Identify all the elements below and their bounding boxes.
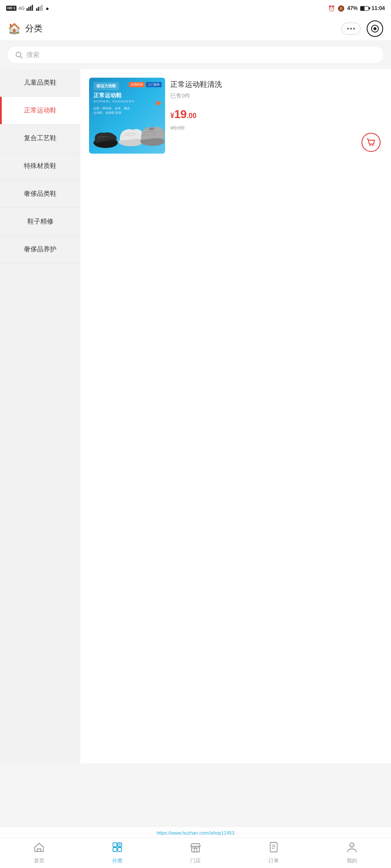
banner-title-cn: 正常运动鞋 (93, 92, 122, 99)
mine-nav-icon (346, 842, 358, 855)
nav-item-category[interactable]: 分类 (78, 838, 156, 868)
svg-point-20 (372, 145, 374, 146)
home-header-icon[interactable]: 🏠 (8, 23, 21, 35)
header: 🏠 分类 (0, 16, 391, 41)
orders-nav-icon (268, 842, 279, 855)
product-image: 彼运力洗鞋 全国联保 上门服务 正常运动鞋 NORMAL SNEAKERS ▶ … (89, 78, 165, 154)
time-display: 11:04 (371, 5, 385, 11)
header-left: 🏠 分类 (8, 23, 43, 35)
search-icon (15, 51, 23, 59)
mute-icon: 🔕 (338, 5, 345, 12)
sidebar-item-special[interactable]: 特殊材质鞋 (0, 152, 80, 180)
dot3 (353, 28, 355, 30)
orders-nav-label: 订单 (268, 857, 279, 865)
banner-logo: 彼运力洗鞋 (93, 82, 119, 90)
nav-item-home[interactable]: 首页 (0, 838, 78, 868)
nav-item-orders[interactable]: 订单 (235, 838, 313, 868)
sidebar-item-craft[interactable]: 复合工艺鞋 (0, 125, 80, 152)
price-original: ¥0.00 (170, 125, 185, 131)
nav-item-mine[interactable]: 我的 (313, 838, 391, 868)
svg-point-13 (98, 138, 99, 139)
svg-rect-21 (37, 849, 41, 852)
product-area: 彼运力洗鞋 全国联保 上门服务 正常运动鞋 NORMAL SNEAKERS ▶ … (80, 69, 391, 763)
svg-rect-5 (38, 7, 39, 11)
search-bar-wrap: 搜索 (0, 41, 391, 69)
home-nav-icon (33, 842, 45, 855)
banner-tag-1: 全国联保 (129, 82, 145, 87)
shoes-illustration (89, 125, 165, 151)
dot1 (347, 28, 349, 30)
mine-nav-label: 我的 (347, 857, 357, 865)
main-content: 儿童品类鞋 正常运动鞋 复合工艺鞋 特殊材质鞋 奢侈品类鞋 鞋子精修 奢侈品养护… (0, 69, 391, 763)
alarm-icon: ⏰ (328, 5, 335, 12)
svg-rect-7 (41, 5, 43, 11)
wifi-icon: ● (46, 5, 49, 12)
banner-features: 品类：网布鞋、皮革、麂皮运动鞋、旅游鞋 鞋垫 (93, 106, 130, 115)
scan-icon (371, 24, 379, 33)
price-current: ¥19.00 (170, 108, 196, 121)
svg-point-9 (374, 27, 377, 30)
svg-rect-0 (27, 8, 28, 11)
product-name: 正常运动鞋清洗 (170, 79, 382, 89)
svg-rect-30 (270, 842, 277, 852)
svg-point-14 (101, 137, 102, 138)
banner-tags: 全国联保 上门服务 (129, 82, 162, 87)
svg-line-11 (20, 56, 22, 58)
svg-point-15 (103, 137, 105, 138)
banner-title-en: NORMAL SNEAKERS (93, 99, 135, 103)
sidebar-item-sports[interactable]: 正常运动鞋 (0, 97, 80, 125)
store-nav-icon (190, 842, 201, 855)
search-bar[interactable]: 搜索 (7, 46, 384, 64)
sidebar-item-care[interactable]: 奢侈品养护 (0, 236, 80, 263)
store-nav-label: 门店 (190, 857, 201, 865)
category-nav-label: 分类 (112, 857, 123, 865)
price-row: ¥19.00 (170, 108, 382, 121)
svg-point-35 (351, 845, 351, 845)
svg-point-10 (16, 52, 21, 57)
page-title: 分类 (25, 23, 43, 34)
search-placeholder: 搜索 (27, 51, 40, 59)
svg-rect-6 (40, 6, 41, 11)
signal-bars-2 (36, 5, 44, 12)
hd1-badge: HD 1 (6, 6, 17, 11)
category-nav-icon (112, 842, 123, 855)
nav-item-store[interactable]: 门店 (156, 838, 235, 868)
currency-symbol: ¥ (170, 112, 174, 119)
banner-arrow-icon: ▶ (156, 99, 162, 107)
scan-button[interactable] (367, 20, 383, 37)
svg-rect-23 (118, 843, 122, 847)
url-bar: https://www.huzhan.com/ishop11453 (156, 830, 234, 835)
signal-bars (27, 5, 34, 12)
signal-icon: 4G (18, 6, 25, 11)
battery-percent: 47% (347, 5, 358, 11)
sidebar-item-luxury[interactable]: 奢侈品类鞋 (0, 180, 80, 208)
product-card[interactable]: 彼运力洗鞋 全国联保 上门服务 正常运动鞋 NORMAL SNEAKERS ▶ … (85, 73, 387, 158)
svg-rect-29 (194, 848, 197, 852)
sold-count: 已售0件 (170, 92, 382, 100)
cart-icon (366, 138, 376, 147)
svg-rect-24 (113, 848, 117, 852)
bottom-nav: 首页 分类 门店 (0, 838, 391, 868)
sidebar-item-children[interactable]: 儿童品类鞋 (0, 69, 80, 97)
svg-rect-22 (113, 843, 117, 847)
sidebar-item-repair[interactable]: 鞋子精修 (0, 208, 80, 236)
more-button[interactable] (341, 23, 361, 35)
home-nav-label: 首页 (34, 857, 44, 865)
header-right (341, 20, 383, 37)
banner-tag-2: 上门服务 (146, 82, 162, 87)
svg-rect-4 (36, 8, 37, 11)
status-bar: HD 1 4G ● ⏰ 🔕 47% 11:04 (0, 0, 391, 16)
svg-rect-1 (28, 7, 30, 11)
svg-point-19 (370, 145, 371, 146)
svg-rect-2 (30, 6, 31, 11)
sidebar: 儿童品类鞋 正常运动鞋 复合工艺鞋 特殊材质鞋 奢侈品类鞋 鞋子精修 奢侈品养护 (0, 69, 80, 763)
svg-rect-3 (32, 5, 33, 11)
add-to-cart-button[interactable] (361, 133, 381, 152)
battery-icon (360, 6, 369, 11)
price-decimal: .00 (187, 112, 196, 119)
dot2 (350, 28, 352, 30)
svg-rect-18 (149, 128, 154, 130)
status-left: HD 1 4G ● (6, 5, 49, 12)
status-right: ⏰ 🔕 47% 11:04 (328, 5, 385, 12)
svg-point-36 (352, 845, 353, 845)
